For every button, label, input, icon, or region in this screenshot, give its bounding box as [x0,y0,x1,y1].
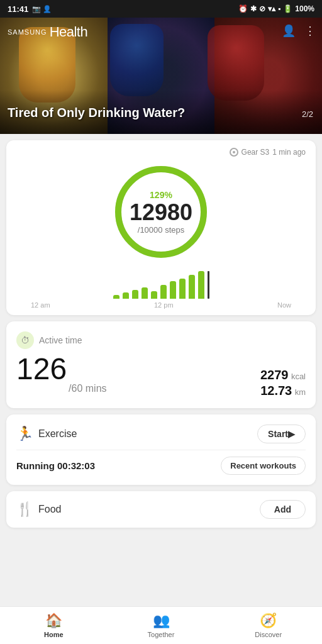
discover-icon: 🧭 [260,613,277,629]
active-right-stats: 2279 kcal 12.73 km [260,368,306,398]
time-display: 11:41 [8,4,28,14]
bar-0 [113,295,119,299]
status-time-area: 11:41 📷 👤 [8,4,52,14]
bar-current-marker [208,271,209,299]
battery-icon: 🔋 [283,4,292,13]
exercise-icon: 🏃 [16,426,33,442]
food-label: Food [38,504,61,515]
together-label: Together [148,631,175,638]
steps-card: Gear S3 1 min ago 129% 12980 /10000 step… [6,140,316,315]
hero-banner[interactable]: SAMSUNG Health 👤 ⋮ Tired of Only Drinkin… [0,18,322,134]
health-label: Health [50,24,88,40]
slide-counter: 2/2 [302,109,313,119]
notification-icons: 📷 👤 [32,5,52,13]
together-icon: 👥 [153,613,170,629]
app-logo-area: SAMSUNG Health [8,24,87,40]
nav-item-home[interactable]: 🏠 Home [0,607,108,644]
active-time-value: 126 [16,354,67,384]
steps-percent: 129% [130,190,192,200]
active-header: ⏱ Active time [16,331,306,349]
gear-s3-icon [230,148,238,157]
discover-label: Discover [255,631,282,638]
steps-chart: 12 am 12 pm Now [16,271,306,309]
ring-content: 129% 12980 /10000 steps [130,190,192,235]
blocked-icon: ⊘ [259,4,265,13]
active-stats: 126 /60 mins 2279 kcal 12.73 km [16,354,306,398]
bar-label-end: Now [277,301,291,309]
exercise-card: 🏃 Exercise Start▶ Running 00:32:03 Recen… [6,414,316,485]
bar-chart-labels: 12 am 12 pm Now [31,300,291,309]
gear-info: Gear S3 1 min ago [230,148,306,157]
status-icons-area: ⏰ ✱ ⊘ ▾▴ ▪ 🔋 100% [238,4,314,13]
fruit-image-2 [110,24,164,96]
battery-percent: 100% [295,4,314,13]
home-icon: 🏠 [45,613,62,629]
bar-6 [170,281,176,299]
person-icon[interactable]: 👤 [282,24,296,38]
exercise-title-area: 🏃 Exercise [16,426,77,442]
signal-icon: ▪ [278,4,280,13]
start-button[interactable]: Start▶ [257,425,306,443]
samsung-label: SAMSUNG [8,28,47,36]
exercise-label: Exercise [38,428,77,440]
gear-label: Gear S3 [242,148,270,157]
steps-goal: /10000 steps [130,225,192,234]
running-info: Running 00:32:03 [16,460,221,471]
active-label: Active time [39,335,82,345]
kcal-value: 2279 kcal [260,368,306,382]
active-time-card: ⏱ Active time 126 /60 mins 2279 kcal 12.… [6,321,316,408]
food-icon: 🍴 [16,501,33,518]
recent-workouts-button[interactable]: Recent workouts [221,457,306,475]
wifi-icon: ▾▴ [268,4,275,13]
km-value: 12.73 km [260,384,306,398]
bottom-nav: 🏠 Home 👥 Together 🧭 Discover [0,606,322,644]
nav-item-discover[interactable]: 🧭 Discover [214,607,322,644]
exercise-header: 🏃 Exercise Start▶ [16,425,306,443]
bar-label-mid: 12 pm [154,301,174,309]
bar-9 [198,271,204,299]
status-bar: 11:41 📷 👤 ⏰ ✱ ⊘ ▾▴ ▪ 🔋 100% [0,0,322,18]
bar-4 [151,291,157,299]
hero-title: Tired of Only Drinking Water? [8,106,185,120]
fruit-image-3 [208,25,264,101]
steps-ring: 129% 12980 /10000 steps [111,162,211,262]
exercise-footer: Running 00:32:03 Recent workouts [16,450,306,475]
svg-point-0 [233,151,235,153]
bar-3 [142,287,148,299]
add-food-button[interactable]: Add [260,500,306,519]
more-icon[interactable]: ⋮ [304,24,316,38]
nav-item-together[interactable]: 👥 Together [108,607,215,644]
bar-1 [123,292,129,299]
gear-time: 1 min ago [272,148,306,157]
bar-8 [189,275,195,299]
active-time-icon: ⏱ [16,331,34,349]
bar-5 [160,285,167,299]
bar-label-start: 12 am [31,301,50,309]
food-card: 🍴 Food Add [6,491,316,528]
bar-7 [179,279,186,299]
steps-count: 12980 [130,200,192,225]
active-time-unit: /60 mins [69,383,106,398]
alarm-icon: ⏰ [238,4,248,13]
bluetooth-icon: ✱ [250,4,257,13]
hero-action-icons[interactable]: 👤 ⋮ [282,24,316,38]
bar-chart-bars [113,271,209,299]
bar-2 [132,290,138,299]
food-title-area: 🍴 Food [16,501,61,518]
home-label: Home [44,631,64,638]
main-content: Gear S3 1 min ago 129% 12980 /10000 step… [0,134,322,606]
